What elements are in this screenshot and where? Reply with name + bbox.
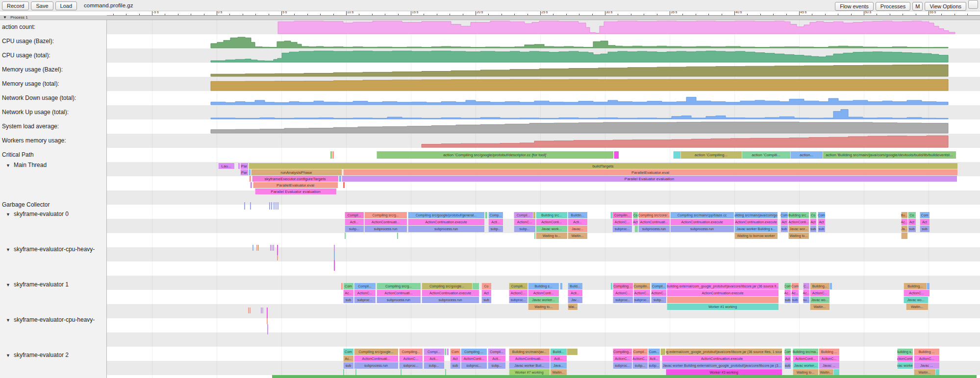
skyframe-evaluator-1-span[interactable]: sub bbox=[791, 297, 799, 303]
track-label-skyframe-evaluator-1[interactable]: ▼skyframe-evaluator 1 bbox=[6, 281, 69, 288]
track-label-skyframe-evaluator-cpu-heavy[interactable]: ▼skyframe-evaluator-cpu-heavy- bbox=[6, 316, 95, 323]
event-tick[interactable] bbox=[272, 245, 273, 251]
skyframe-evaluator-1-span[interactable]: ActionC... bbox=[904, 290, 930, 296]
skyframe-evaluator-2-span[interactable]: Compi... bbox=[424, 349, 444, 355]
skyframe-evaluator-1-span[interactable]: Building external/com_google_protobuf/ja… bbox=[667, 283, 779, 289]
skyframe-evaluator-1-span[interactable]: ActionC... bbox=[613, 290, 633, 296]
skyframe-evaluator-1-span[interactable]: Compilin... bbox=[633, 283, 650, 289]
critical-path-span[interactable]: action 'Compili... bbox=[742, 151, 790, 159]
skyframe-evaluator-0-span[interactable]: Act bbox=[780, 219, 788, 225]
skyframe-evaluator-2-span[interactable]: subp... bbox=[648, 362, 660, 369]
event-tick[interactable] bbox=[397, 233, 398, 239]
skyframe-evaluator-0-span[interactable]: Javac worker Building s... bbox=[734, 226, 778, 232]
skyframe-evaluator-2-span[interactable]: ActionContinuati... bbox=[509, 355, 550, 362]
main-thread-span[interactable] bbox=[249, 176, 251, 182]
skyframe-evaluator-2-span[interactable] bbox=[567, 349, 578, 355]
skyframe-evaluator-0-span[interactable]: sub bbox=[780, 226, 788, 232]
bottom-span-band[interactable] bbox=[272, 375, 977, 378]
skyframe-evaluator-2-span[interactable]: Javac ... bbox=[914, 362, 939, 369]
skyframe-evaluator-2-span[interactable]: Compil... bbox=[488, 349, 505, 355]
skyframe-evaluator-2-span[interactable]: Compiling... bbox=[613, 349, 632, 355]
skyframe-evaluator-2-span[interactable] bbox=[447, 349, 449, 355]
main-thread-span[interactable]: runAnalysisPhase bbox=[251, 169, 342, 175]
skyframe-evaluator-2-span[interactable]: Buildi... bbox=[550, 349, 567, 355]
event-tick[interactable] bbox=[269, 202, 270, 210]
skyframe-evaluator-1-span[interactable]: ActionConti... bbox=[528, 290, 559, 296]
skyframe-evaluator-1-span[interactable]: Jav... bbox=[568, 297, 582, 303]
skyframe-evaluator-0-span[interactable]: Acti... bbox=[568, 219, 587, 225]
skyframe-evaluator-0-span[interactable]: Compiling src/g... bbox=[364, 212, 407, 218]
event-tick[interactable] bbox=[267, 307, 268, 318]
skyframe-evaluator-1-span[interactable]: subproc... bbox=[354, 297, 376, 303]
event-tick[interactable] bbox=[252, 245, 253, 251]
skyframe-evaluator-2-span[interactable]: Building src/main/jav... bbox=[509, 349, 550, 355]
event-tick[interactable] bbox=[248, 307, 249, 313]
skyframe-evaluator-1-span[interactable]: Waiting to... bbox=[528, 304, 559, 310]
main-thread-span[interactable]: ParallelEvaluator.eval bbox=[343, 169, 957, 175]
main-thread-span[interactable] bbox=[339, 176, 341, 182]
skyframe-evaluator-2-span[interactable]: Compiling src/google... bbox=[354, 349, 398, 355]
skyframe-evaluator-0-span[interactable]: Compiling src/main/cpp/blaze.cc bbox=[670, 212, 734, 218]
event-tick[interactable] bbox=[273, 245, 274, 251]
skyframe-evaluator-0-span[interactable]: sub bbox=[818, 226, 825, 232]
event-tick[interactable] bbox=[256, 245, 257, 251]
skyframe-evaluator-0-span[interactable]: sub bbox=[908, 226, 916, 232]
save-button[interactable]: Save bbox=[31, 1, 53, 10]
skyframe-evaluator-1-span[interactable]: Co bbox=[481, 283, 491, 289]
critical-path-span[interactable] bbox=[330, 151, 332, 159]
critical-path-span[interactable] bbox=[332, 151, 334, 159]
skyframe-evaluator-0-span[interactable]: Co bbox=[633, 212, 638, 218]
skyframe-evaluator-2-span[interactable]: Building ... bbox=[914, 349, 939, 355]
skyframe-evaluator-0-span[interactable]: Compiling src/core/... bbox=[638, 212, 670, 218]
skyframe-evaluator-0-span[interactable]: ActionContinuati... bbox=[638, 219, 670, 225]
skyframe-evaluator-1-span[interactable]: Com bbox=[784, 283, 791, 289]
skyframe-evaluator-1-span[interactable]: Worker #1 working bbox=[667, 304, 779, 310]
skyframe-evaluator-0-span[interactable]: ActionContinuation.execute bbox=[670, 219, 734, 225]
critical-path-span[interactable] bbox=[673, 151, 680, 159]
skyframe-evaluator-1-span[interactable] bbox=[667, 297, 779, 303]
critical-path-span[interactable]: action 'Building src/main/java/com/googl… bbox=[823, 151, 956, 159]
skyframe-evaluator-2-span[interactable]: Act bbox=[450, 355, 460, 362]
skyframe-evaluator-1-span[interactable]: ActionC... bbox=[810, 290, 829, 296]
skyframe-evaluator-0-span[interactable]: subprocess.run bbox=[364, 226, 407, 232]
skyframe-evaluator-1-span[interactable] bbox=[472, 283, 479, 289]
skyframe-evaluator-0-span[interactable] bbox=[901, 233, 907, 239]
skyframe-evaluator-1-span[interactable]: Compiling src/g... bbox=[377, 283, 421, 289]
skyframe-evaluator-2-span[interactable]: Building s... bbox=[897, 349, 913, 355]
skyframe-evaluator-0-span[interactable]: Building src/main/java/com/go... bbox=[734, 212, 778, 218]
skyframe-evaluator-2-span[interactable]: subp... bbox=[424, 362, 444, 369]
skyframe-evaluator-0-span[interactable]: Waitin... bbox=[568, 233, 587, 239]
skyframe-evaluator-1-span[interactable]: ActionC... bbox=[509, 290, 528, 296]
skyframe-evaluator-0-span[interactable]: subprocess.run bbox=[638, 226, 670, 232]
skyframe-evaluator-2-span[interactable]: ActionConti... bbox=[793, 355, 818, 362]
track-label-skyframe-evaluator-cpu-heavy[interactable]: ▼skyframe-evaluator-cpu-heavy- bbox=[6, 246, 95, 253]
event-tick[interactable] bbox=[258, 245, 259, 251]
skyframe-evaluator-1-span[interactable]: Ac... bbox=[784, 290, 791, 296]
skyframe-evaluator-0-span[interactable]: Acti... bbox=[488, 219, 503, 225]
skyframe-evaluator-2-span[interactable]: ActionC... bbox=[914, 355, 939, 362]
skyframe-evaluator-1-span[interactable]: subproc... bbox=[509, 297, 528, 303]
event-tick[interactable] bbox=[244, 202, 245, 210]
skyframe-evaluator-2-span[interactable]: Com bbox=[784, 349, 791, 355]
main-thread-span[interactable]: Par bbox=[240, 169, 248, 175]
skyframe-evaluator-2-span[interactable]: Com... bbox=[648, 349, 660, 355]
event-tick[interactable] bbox=[277, 202, 278, 210]
skyframe-evaluator-2-span[interactable]: ActionC... bbox=[399, 355, 423, 362]
skyframe-evaluator-2-span[interactable]: Compiling ... bbox=[461, 349, 487, 355]
skyframe-evaluator-2-span[interactable]: Compil... bbox=[632, 349, 648, 355]
event-tick[interactable] bbox=[334, 245, 335, 251]
event-tick[interactable] bbox=[271, 202, 272, 210]
skyframe-evaluator-1-span[interactable]: Building... bbox=[810, 283, 829, 289]
skyframe-evaluator-0-span[interactable]: ActionContinuation.execute bbox=[734, 219, 778, 225]
skyframe-evaluator-2-span[interactable]: Acti... bbox=[424, 355, 444, 362]
skyframe-evaluator-0-span[interactable]: Compil... bbox=[345, 212, 364, 218]
skyframe-evaluator-1-span[interactable]: Javac wo... bbox=[810, 297, 829, 303]
process-header[interactable]: ▼ Process 1 bbox=[0, 15, 980, 20]
event-tick[interactable] bbox=[270, 245, 271, 251]
skyframe-evaluator-0-span[interactable]: sub bbox=[810, 226, 816, 232]
skyframe-evaluator-0-span[interactable]: Co bbox=[908, 212, 916, 218]
skyframe-evaluator-1-span[interactable]: Ac... bbox=[803, 290, 809, 296]
skyframe-evaluator-2-span[interactable]: Acti... bbox=[550, 355, 567, 362]
skyframe-evaluator-0-span[interactable]: Co bbox=[810, 212, 816, 218]
skyframe-evaluator-1-span[interactable]: C... bbox=[803, 283, 809, 289]
